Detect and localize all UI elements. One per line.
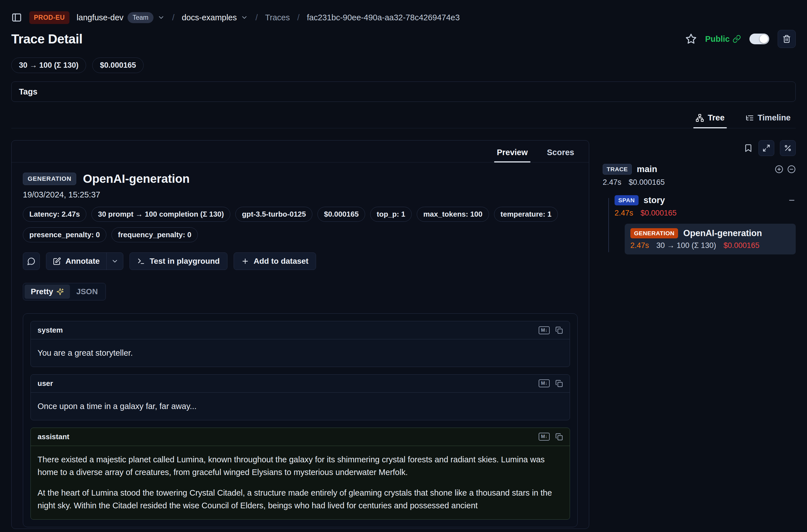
- cost-badge: $0.000165: [92, 58, 144, 73]
- observation-name: OpenAI-generation: [83, 172, 190, 186]
- tab-preview[interactable]: Preview: [495, 147, 530, 162]
- pretty-label: Pretty: [31, 287, 53, 296]
- tree-generation-row[interactable]: GENERATION OpenAI-generation 2.47s 30 → …: [625, 224, 796, 254]
- environment-badge: PROD-EU: [29, 11, 70, 24]
- percent-icon: [784, 144, 792, 152]
- timeline-icon: [746, 114, 754, 122]
- generation-badge: GENERATION: [631, 228, 678, 239]
- tab-timeline-label: Timeline: [757, 113, 791, 122]
- project-name: docs-examples: [182, 13, 237, 22]
- generation-name: OpenAI-generation: [683, 228, 762, 239]
- public-toggle[interactable]: [749, 34, 769, 44]
- public-link[interactable]: Public: [705, 34, 741, 44]
- trace-id: fac231bc-90ee-490a-aa32-78c4269474e3: [307, 13, 460, 22]
- comment-icon: [27, 257, 36, 265]
- add-to-dataset-label: Add to dataset: [254, 257, 308, 266]
- comment-button[interactable]: [23, 252, 40, 270]
- panel-tabs: Preview Scores: [12, 140, 589, 163]
- markdown-icon[interactable]: M↓: [539, 379, 550, 387]
- plus-circle-icon[interactable]: [775, 165, 783, 173]
- message-paragraph: At the heart of Lumina stood the towerin…: [38, 487, 563, 512]
- param-pill: frequency_penalty: 0: [111, 227, 198, 242]
- minus-circle-icon[interactable]: [787, 165, 796, 173]
- format-pretty[interactable]: Pretty: [24, 285, 70, 299]
- span-name: story: [644, 195, 665, 205]
- param-pill: 30 prompt → 100 completion (Σ 130): [91, 207, 230, 222]
- generation-metrics: 2.47s 30 → 100 (Σ 130) $0.000165: [631, 241, 790, 250]
- observation-type-badge: GENERATION: [23, 173, 76, 185]
- chevron-down-icon: [111, 258, 118, 265]
- tree-span-group: SPAN story 2.47s $0.000165 GENERATION: [615, 195, 796, 254]
- star-icon: [686, 33, 697, 44]
- span-cost: $0.000165: [640, 209, 677, 217]
- chevron-down-icon: [241, 14, 248, 21]
- org-switcher[interactable]: langfuse-dev Team: [77, 12, 165, 23]
- breadcrumb-separator: /: [172, 13, 174, 22]
- terminal-icon: [137, 257, 145, 265]
- messages-container: system M↓ You are a great st: [23, 314, 578, 527]
- metrics-toggle-button[interactable]: [780, 140, 796, 156]
- breadcrumb-separator: /: [255, 13, 258, 22]
- annotate-label: Annotate: [65, 257, 100, 266]
- param-pill: top_p: 1: [370, 207, 412, 222]
- param-pill: $0.000165: [317, 207, 365, 222]
- copy-icon[interactable]: [555, 433, 563, 441]
- playground-button[interactable]: Test in playground: [130, 252, 227, 270]
- annotate-dropdown-button[interactable]: [106, 253, 123, 270]
- annotate-split-button: Annotate: [46, 252, 123, 270]
- param-pill: max_tokens: 100: [417, 207, 489, 222]
- message-header: system M↓: [31, 321, 570, 339]
- toggle-knob: [759, 35, 768, 43]
- tab-tree[interactable]: Tree: [693, 112, 727, 128]
- add-to-dataset-button[interactable]: Add to dataset: [233, 252, 316, 270]
- message-icons: M↓: [539, 379, 563, 387]
- trace-latency: 2.47s: [603, 178, 621, 187]
- message-card: user M↓ Once upon a time in: [31, 374, 570, 420]
- org-plan-badge: Team: [128, 12, 153, 23]
- generation-tokens: 30 → 100 (Σ 130): [656, 241, 716, 250]
- tree-controls: [603, 140, 796, 156]
- param-pill: Latency: 2.47s: [23, 207, 86, 222]
- annotate-button[interactable]: Annotate: [46, 253, 106, 270]
- trash-icon: [783, 35, 791, 43]
- collapse-button[interactable]: [758, 140, 774, 156]
- tree-trace-block: TRACE main 2.47s $0.000165 SPAN story: [603, 164, 796, 254]
- tab-timeline[interactable]: Timeline: [743, 112, 793, 128]
- trace-metrics: 2.47s $0.000165: [603, 178, 796, 187]
- trace-name: main: [637, 164, 657, 174]
- span-collapse-button[interactable]: [788, 196, 796, 204]
- tree-trace-row[interactable]: TRACE main: [603, 164, 796, 175]
- bookmark-star-button[interactable]: [686, 33, 697, 44]
- message-paragraph: You are a great storyteller.: [38, 347, 563, 359]
- breadcrumb-separator: /: [297, 13, 299, 22]
- message-card: system M↓ You are a great st: [31, 321, 570, 367]
- title-actions: Public: [686, 30, 796, 48]
- copy-icon[interactable]: [555, 326, 563, 334]
- trace-badge: TRACE: [603, 164, 632, 175]
- observation-header: GENERATION OpenAI-generation: [23, 172, 578, 186]
- org-name: langfuse-dev: [77, 13, 124, 22]
- public-label: Public: [705, 34, 730, 44]
- markdown-icon[interactable]: M↓: [539, 326, 550, 334]
- playground-label: Test in playground: [150, 257, 220, 266]
- message-header: assistant M↓: [31, 428, 570, 446]
- tree-span-row[interactable]: SPAN story: [615, 195, 796, 205]
- link-icon: [732, 35, 741, 43]
- format-json[interactable]: JSON: [70, 285, 104, 299]
- trace-cost: $0.000165: [629, 178, 665, 187]
- tags-box[interactable]: Tags: [11, 81, 796, 102]
- bookmark-button[interactable]: [744, 144, 753, 153]
- copy-icon[interactable]: [555, 380, 563, 387]
- markdown-icon[interactable]: M↓: [539, 433, 550, 441]
- tab-scores[interactable]: Scores: [545, 147, 576, 162]
- content: Preview Scores GENERATION OpenAI-generat…: [11, 140, 796, 529]
- sidebar-toggle-button[interactable]: [11, 12, 22, 23]
- delete-trace-button[interactable]: [778, 30, 796, 48]
- project-switcher[interactable]: docs-examples: [182, 13, 248, 22]
- tags-label: Tags: [19, 87, 38, 96]
- param-pill: gpt-3.5-turbo-0125: [235, 207, 312, 222]
- breadcrumb-traces-link[interactable]: Traces: [265, 13, 290, 22]
- trace-detail-page: PROD-EU langfuse-dev Team / docs-example…: [0, 0, 807, 532]
- param-pills-row2: presence_penalty: 0frequency_penalty: 0: [23, 227, 578, 242]
- param-pills-row1: Latency: 2.47s30 prompt → 100 completion…: [23, 207, 578, 222]
